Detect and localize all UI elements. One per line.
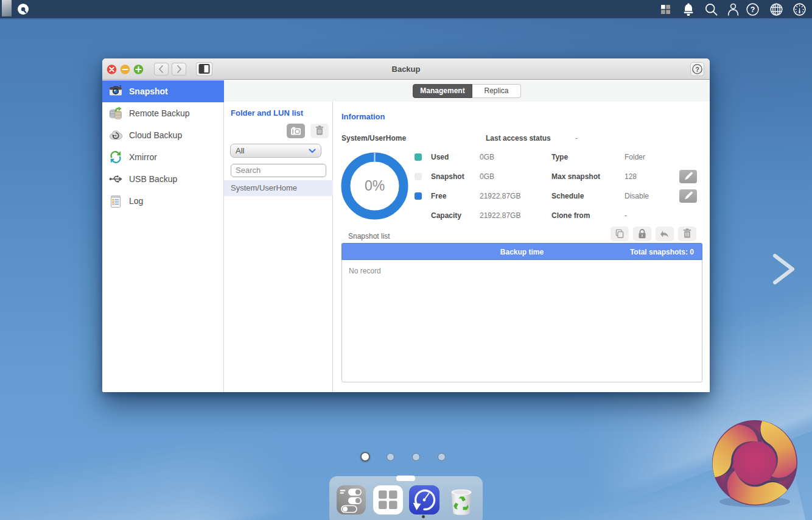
svg-text:0%: 0% <box>365 178 385 194</box>
svg-text:?: ? <box>695 66 699 73</box>
svg-text:?: ? <box>751 5 755 14</box>
